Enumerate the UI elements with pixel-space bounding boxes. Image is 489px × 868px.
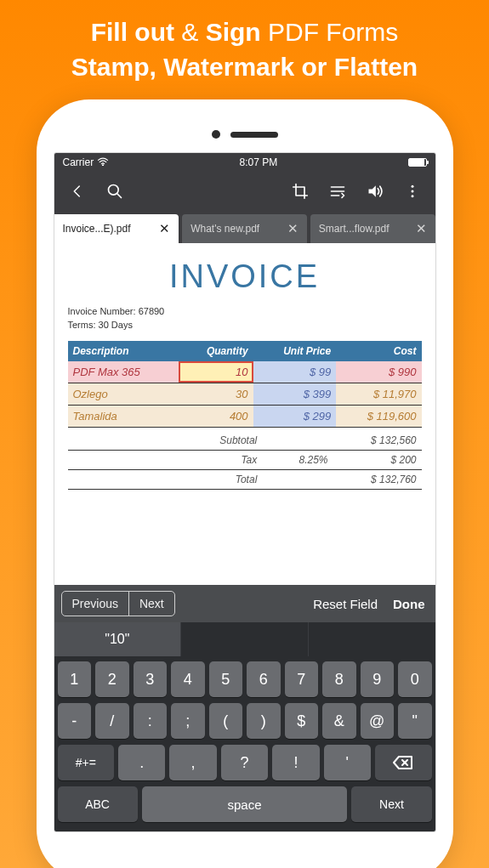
table-row: Tamalida 400 $ 299 $ 119,600 — [68, 405, 422, 427]
key[interactable]: 2 — [95, 661, 129, 697]
svg-point-8 — [411, 195, 413, 197]
key[interactable]: - — [58, 703, 92, 739]
close-icon[interactable]: ✕ — [157, 219, 172, 238]
invoice-title: INVOICE — [68, 258, 422, 295]
suggestion-2[interactable] — [309, 622, 435, 656]
tab-whatsnew[interactable]: What's new.pdf ✕ — [182, 214, 307, 243]
status-bar: Carrier 8:07 PM — [54, 153, 435, 172]
th-desc: Description — [68, 341, 179, 361]
carrier-label: Carrier — [63, 156, 94, 168]
key[interactable]: ' — [324, 745, 371, 780]
key-row-4: ABC space Next — [58, 786, 432, 822]
key[interactable]: ? — [221, 745, 268, 780]
invoice-table: Description Quantity Unit Price Cost PDF… — [68, 341, 422, 428]
key[interactable]: / — [95, 703, 129, 739]
cell-cost: $ 11,970 — [336, 383, 421, 405]
previous-button[interactable]: Previous — [62, 592, 129, 616]
done-button[interactable]: Done — [393, 597, 425, 611]
document-view[interactable]: INVOICE Invoice Number: 67890 Terms: 30 … — [54, 243, 435, 585]
clock: 8:07 PM — [239, 156, 277, 168]
keyboard: 1234567890 -/:;()$&@" #+= .,?!' ABC spac… — [54, 656, 435, 831]
cell-qty-active[interactable]: 10 — [179, 361, 253, 383]
key[interactable]: ) — [247, 703, 281, 739]
more-button[interactable] — [395, 173, 430, 209]
cell-desc[interactable]: PDF Max 365 — [68, 361, 179, 383]
phone-earpiece — [212, 130, 278, 139]
key[interactable]: 6 — [247, 661, 281, 697]
key-row-2: -/:;()$&@" — [58, 703, 432, 739]
cell-cost: $ 990 — [336, 361, 421, 383]
cell-qty[interactable]: 400 — [179, 405, 253, 427]
key[interactable]: 7 — [285, 661, 319, 697]
backspace-key[interactable] — [375, 745, 431, 780]
keyboard-next-key[interactable]: Next — [351, 786, 431, 822]
key[interactable]: ( — [209, 703, 243, 739]
key[interactable]: 1 — [58, 661, 92, 697]
back-button[interactable] — [60, 173, 95, 209]
key[interactable]: & — [322, 703, 356, 739]
cell-cost: $ 119,600 — [336, 405, 421, 427]
tab-label: What's new.pdf — [190, 223, 259, 235]
cell-desc[interactable]: Tamalida — [68, 405, 179, 427]
field-nav-segment: Previous Next — [61, 591, 175, 616]
key[interactable]: 4 — [171, 661, 205, 697]
tab-label: Invoice...E).pdf — [63, 223, 131, 235]
key[interactable]: ; — [171, 703, 205, 739]
tab-invoice[interactable]: Invoice...E).pdf ✕ — [54, 214, 179, 243]
crop-button[interactable] — [282, 173, 318, 209]
svg-point-7 — [411, 190, 413, 193]
totals-block: Subtotal$ 132,560 Tax8.25%$ 200 Total$ 1… — [68, 431, 422, 490]
key[interactable]: 5 — [209, 661, 243, 697]
svg-point-0 — [103, 165, 104, 166]
keyboard-suggestions: "10" — [54, 622, 435, 656]
cell-unit[interactable]: $ 399 — [253, 383, 337, 405]
audio-button[interactable] — [357, 173, 393, 209]
next-button[interactable]: Next — [129, 592, 174, 616]
tab-smartflow[interactable]: Smart...flow.pdf ✕ — [310, 214, 435, 243]
suggestion-1[interactable] — [181, 622, 309, 656]
cell-unit[interactable]: $ 99 — [253, 361, 337, 383]
key[interactable]: 8 — [322, 661, 356, 697]
key[interactable]: @ — [361, 703, 395, 739]
cell-qty[interactable]: 30 — [179, 383, 253, 405]
key[interactable]: 3 — [134, 661, 168, 697]
phone-frame: Carrier 8:07 PM Invoice...E).pdf — [37, 99, 453, 868]
abc-key[interactable]: ABC — [58, 786, 138, 822]
wifi-icon — [97, 156, 109, 168]
phone-screen: Carrier 8:07 PM Invoice...E).pdf — [54, 152, 436, 832]
marketing-headline: Fill out & Sign PDF Forms Stamp, Waterma… — [0, 0, 489, 93]
table-row: Ozlego 30 $ 399 $ 11,970 — [68, 383, 422, 405]
key[interactable]: 9 — [361, 661, 395, 697]
key[interactable]: " — [398, 703, 432, 739]
key[interactable]: 0 — [398, 661, 432, 697]
close-icon[interactable]: ✕ — [286, 219, 300, 238]
key[interactable]: : — [134, 703, 168, 739]
shift-key[interactable]: #+= — [58, 745, 114, 780]
form-nav-bar: Previous Next Reset Field Done — [54, 585, 435, 622]
th-cost: Cost — [336, 341, 421, 361]
th-unit: Unit Price — [253, 341, 337, 361]
key-row-1: 1234567890 — [58, 661, 432, 697]
app-toolbar — [54, 172, 435, 211]
search-button[interactable] — [97, 173, 133, 209]
cell-desc[interactable]: Ozlego — [68, 383, 179, 405]
suggestion-0[interactable]: "10" — [54, 622, 182, 656]
th-qty: Quantity — [179, 341, 253, 361]
tab-bar: Invoice...E).pdf ✕ What's new.pdf ✕ Smar… — [54, 211, 435, 243]
reflow-button[interactable] — [320, 173, 355, 209]
space-key[interactable]: space — [142, 786, 348, 822]
key[interactable]: ! — [272, 745, 319, 780]
svg-point-6 — [411, 185, 413, 188]
invoice-meta: Invoice Number: 67890 Terms: 30 Days — [68, 305, 422, 332]
key[interactable]: $ — [285, 703, 319, 739]
table-row: PDF Max 365 10 $ 99 $ 990 — [68, 361, 422, 383]
close-icon[interactable]: ✕ — [414, 219, 429, 238]
battery-icon — [408, 158, 427, 167]
tab-label: Smart...flow.pdf — [319, 223, 389, 235]
key[interactable]: , — [169, 745, 216, 780]
svg-marker-5 — [368, 185, 375, 196]
reset-field-button[interactable]: Reset Field — [313, 597, 378, 611]
cell-unit[interactable]: $ 299 — [253, 405, 337, 427]
key[interactable]: . — [118, 745, 165, 780]
svg-line-2 — [117, 194, 121, 198]
